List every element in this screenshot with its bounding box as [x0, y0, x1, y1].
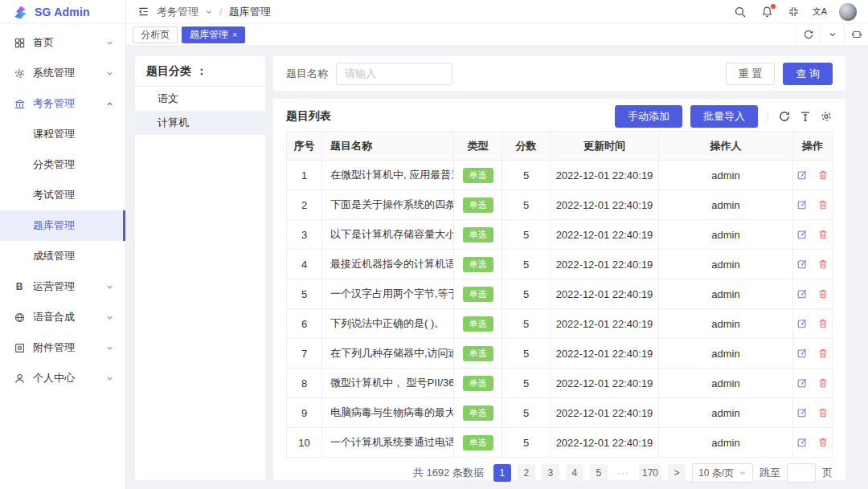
delete-icon[interactable]	[817, 407, 829, 418]
cell-index: 10	[287, 428, 322, 457]
cell-score: 5	[502, 339, 551, 368]
type-badge: 单选	[463, 168, 493, 183]
close-icon[interactable]: ×	[232, 30, 237, 39]
content-area: 题目分类 ： 语文 计算机 题目名称 重 置 查 询 题目列表 手动添加	[126, 46, 868, 489]
bell-icon[interactable]	[760, 5, 774, 19]
sidebar-item-home[interactable]: 首页	[0, 27, 125, 58]
sidebar-item-score-mgmt[interactable]: 成绩管理	[0, 241, 125, 271]
pagination: 共 1692 条数据 12345···170 > 10 条/页 跳至 页	[286, 463, 833, 483]
cell-type: 单选	[454, 220, 502, 249]
query-button[interactable]: 查 询	[783, 63, 833, 85]
avatar[interactable]	[839, 3, 857, 21]
delete-icon[interactable]	[817, 288, 829, 300]
table-toolbar-actions: 手动添加 批量导入	[615, 105, 833, 128]
sidebar-item-profile[interactable]: 个人中心	[0, 363, 125, 393]
cell-operator: admin	[659, 220, 793, 249]
fullscreen-icon[interactable]	[786, 5, 800, 19]
gear-icon	[13, 67, 26, 79]
jump-page-input[interactable]	[787, 463, 816, 483]
page-button[interactable]: 1	[493, 464, 511, 482]
bank-icon	[13, 97, 26, 110]
attachment-icon	[13, 341, 26, 354]
cell-score: 5	[502, 309, 551, 338]
page-button[interactable]: ···	[614, 464, 633, 482]
sidebar-item-category-mgmt[interactable]: 分类管理	[0, 149, 125, 180]
edit-icon[interactable]	[796, 288, 808, 300]
table-body: 1 在微型计算机中, 应用最普遍的... 单选 5 2022-12-01 22:…	[287, 161, 832, 458]
category-panel: 题目分类 ： 语文 计算机	[135, 56, 265, 480]
table-row: 1 在微型计算机中, 应用最普遍的... 单选 5 2022-12-01 22:…	[287, 161, 832, 190]
cell-type: 单选	[454, 279, 502, 308]
category-item-chinese[interactable]: 语文	[135, 87, 265, 111]
page-button[interactable]: 3	[542, 464, 559, 482]
maximize-icon[interactable]	[844, 24, 868, 46]
edit-icon[interactable]	[796, 229, 808, 240]
edit-icon[interactable]	[796, 348, 808, 359]
page-button[interactable]: 4	[566, 464, 583, 482]
chevron-down-icon[interactable]	[820, 24, 844, 46]
sidebar-item-exam-mgmt[interactable]: 考试管理	[0, 180, 125, 210]
type-badge: 单选	[463, 227, 493, 242]
menu-fold-icon[interactable]	[136, 5, 150, 19]
search-icon[interactable]	[733, 5, 747, 19]
refresh-icon[interactable]	[796, 24, 820, 46]
page-size-select[interactable]: 10 条/页	[692, 463, 753, 483]
delete-icon[interactable]	[817, 169, 829, 181]
sidebar-menu: 首页 系统管理 考务管理	[0, 24, 125, 393]
sidebar-item-operation[interactable]: B 运营管理	[0, 271, 125, 302]
cell-type: 单选	[454, 190, 502, 219]
sidebar-item-course-mgmt[interactable]: 课程管理	[0, 119, 125, 149]
settings-icon[interactable]	[820, 110, 833, 123]
table-row: 4 最接近机器指令的计算机语言是: 单选 5 2022-12-01 22:40:…	[287, 250, 832, 279]
sidebar-item-exam[interactable]: 考务管理	[0, 88, 125, 119]
delete-icon[interactable]	[817, 377, 829, 389]
next-page-button[interactable]: >	[668, 464, 686, 482]
cell-updated: 2022-12-01 22:40:19	[551, 190, 659, 219]
delete-icon[interactable]	[817, 437, 829, 448]
delete-icon[interactable]	[817, 318, 829, 329]
edit-icon[interactable]	[796, 437, 808, 448]
delete-icon[interactable]	[817, 199, 829, 210]
cell-operator: admin	[659, 161, 793, 189]
logo[interactable]: SG Admin	[0, 0, 125, 24]
delete-icon[interactable]	[817, 259, 829, 270]
reset-button[interactable]: 重 置	[726, 63, 776, 85]
cell-type: 单选	[454, 161, 502, 189]
edit-icon[interactable]	[796, 199, 808, 210]
delete-icon[interactable]	[817, 348, 829, 359]
cell-operator: admin	[659, 428, 793, 457]
refresh-icon[interactable]	[778, 110, 791, 123]
type-badge: 单选	[463, 435, 493, 450]
cell-score: 5	[502, 369, 551, 397]
sidebar-item-tts[interactable]: 语音合成	[0, 302, 125, 332]
tab-question-bank[interactable]: 题库管理 ×	[182, 26, 245, 43]
cell-updated: 2022-12-01 22:40:19	[551, 398, 659, 427]
category-item-computer[interactable]: 计算机	[135, 111, 265, 135]
question-name-input[interactable]	[336, 63, 452, 85]
edit-icon[interactable]	[796, 318, 808, 329]
edit-icon[interactable]	[796, 169, 808, 181]
page-button[interactable]: 170	[639, 464, 661, 482]
page-button[interactable]: 2	[518, 464, 535, 482]
page-button[interactable]: 5	[590, 464, 608, 482]
sidebar-item-question-bank[interactable]: 题库管理	[0, 210, 125, 241]
edit-icon[interactable]	[796, 259, 808, 270]
pagination-pages: 12345···170	[493, 464, 661, 482]
manual-add-button[interactable]: 手动添加	[615, 105, 682, 128]
breadcrumb-parent[interactable]: 考务管理	[157, 5, 199, 19]
edit-icon[interactable]	[796, 377, 808, 389]
translate-icon[interactable]: 文A	[813, 5, 827, 19]
edit-icon[interactable]	[796, 407, 808, 418]
sidebar: SG Admin 首页 系统管理	[0, 0, 126, 489]
sidebar-item-attachment[interactable]: 附件管理	[0, 332, 125, 363]
tab-analysis[interactable]: 分析页	[133, 26, 178, 43]
delete-icon[interactable]	[817, 229, 829, 240]
type-badge: 单选	[463, 287, 493, 302]
batch-import-button[interactable]: 批量导入	[690, 105, 758, 128]
row-height-icon[interactable]	[799, 110, 812, 123]
sidebar-item-system[interactable]: 系统管理	[0, 58, 125, 88]
cell-actions	[793, 250, 832, 279]
breadcrumb-separator: /	[219, 6, 223, 18]
cell-score: 5	[502, 279, 551, 308]
cell-question-name: 微型计算机中， 型号PII/366/1...	[322, 369, 454, 397]
